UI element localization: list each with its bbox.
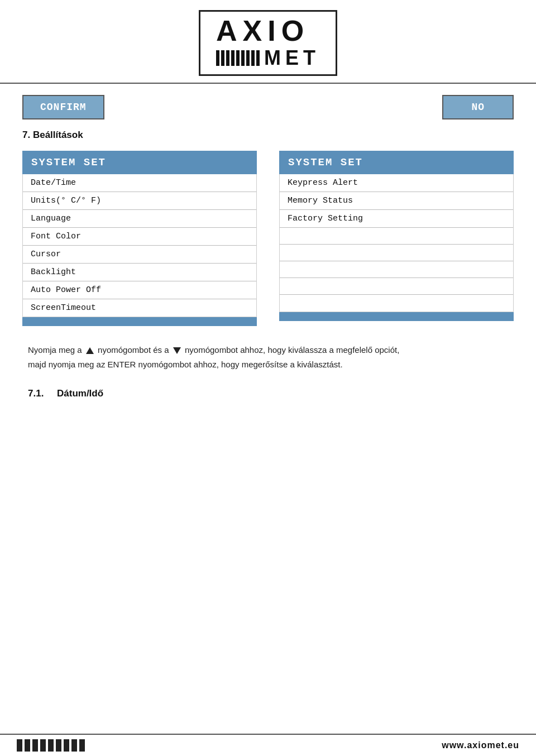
- left-menu-item-2[interactable]: Language: [23, 210, 256, 228]
- left-panel-header: SYSTEM SET: [22, 151, 257, 174]
- left-menu-item-7[interactable]: ScreenTimeout: [23, 299, 256, 317]
- bottom-bar-rect-0: [17, 739, 22, 752]
- right-menu-item-3: [280, 228, 513, 245]
- right-menu-item-1[interactable]: Memory Status: [280, 192, 513, 210]
- desc-text1: Nyomja meg a: [28, 345, 82, 355]
- sub-section-title: Dátum/Idő: [57, 388, 103, 399]
- right-menu-list: Keypress AlertMemory StatusFactory Setti…: [279, 174, 514, 312]
- triangle-up-icon: [86, 347, 94, 354]
- logo-bar-5: [241, 50, 245, 66]
- bottom-bar-rect-6: [64, 739, 69, 752]
- system-set-row: SYSTEM SET Date/TimeUnits(° C/° F)Langua…: [22, 151, 514, 326]
- logo-axio-text: AXIO: [216, 16, 320, 45]
- bottom-bar-rect-2: [32, 739, 38, 752]
- no-button[interactable]: NO: [442, 95, 514, 119]
- website-label: www.axiomet.eu: [442, 740, 519, 750]
- desc-text2: nyomógombot és a: [98, 345, 169, 355]
- logo-met-row: MET: [216, 46, 320, 70]
- logo-bar-3: [231, 50, 234, 66]
- triangle-down-icon: [173, 347, 181, 354]
- bottom-bar-rect-8: [79, 739, 85, 752]
- logo-bars: [216, 50, 260, 66]
- logo-bar-7: [251, 50, 255, 66]
- main-content: CONFIRM NO 7. Beállítások SYSTEM SET Dat…: [0, 84, 536, 416]
- logo-bar-4: [236, 50, 240, 66]
- left-menu-list: Date/TimeUnits(° C/° F)LanguageFont Colo…: [22, 174, 257, 317]
- right-menu-item-0[interactable]: Keypress Alert: [280, 174, 513, 192]
- bottom-bars-icon: [17, 739, 85, 752]
- desc-text3: nyomógombot ahhoz, hogy kiválassza a meg…: [185, 345, 399, 355]
- right-menu-item-2[interactable]: Factory Setting: [280, 210, 513, 228]
- left-menu-item-5[interactable]: Backlight: [23, 264, 256, 281]
- logo-bar-8: [256, 50, 260, 66]
- left-menu-item-0[interactable]: Date/Time: [23, 174, 256, 192]
- logo-box: AXIO MET: [199, 10, 337, 76]
- bottom-bar: www.axiomet.eu: [0, 734, 536, 756]
- right-panel-header: SYSTEM SET: [279, 151, 514, 174]
- right-panel-footer: [279, 312, 514, 321]
- left-menu-item-3[interactable]: Font Color: [23, 228, 256, 246]
- right-menu-item-7: [280, 295, 513, 312]
- left-menu-item-6[interactable]: Auto Power Off: [23, 281, 256, 299]
- right-panel: SYSTEM SET Keypress AlertMemory StatusFa…: [279, 151, 514, 326]
- logo-bar-6: [246, 50, 250, 66]
- logo-bar-1: [221, 50, 224, 66]
- bottom-bar-rect-4: [48, 739, 54, 752]
- btn-row: CONFIRM NO: [22, 95, 514, 119]
- sub-heading: 7.1. Dátum/Idő: [22, 388, 514, 399]
- right-menu-item-5: [280, 261, 513, 278]
- bottom-bar-rect-7: [71, 739, 77, 752]
- left-menu-item-4[interactable]: Cursor: [23, 246, 256, 264]
- bottom-bar-rect-3: [40, 739, 46, 752]
- logo-met-text: MET: [264, 46, 320, 70]
- left-panel: SYSTEM SET Date/TimeUnits(° C/° F)Langua…: [22, 151, 257, 326]
- bottom-bar-rect-1: [25, 739, 30, 752]
- logo-bar-2: [226, 50, 229, 66]
- right-menu-item-4: [280, 245, 513, 261]
- left-panel-footer: [22, 317, 257, 326]
- left-menu-item-1[interactable]: Units(° C/° F): [23, 192, 256, 210]
- logo-area: AXIO MET: [0, 0, 536, 84]
- right-menu-item-6: [280, 278, 513, 295]
- confirm-button[interactable]: CONFIRM: [22, 95, 104, 119]
- bottom-bar-rect-5: [56, 739, 61, 752]
- desc-text4: majd nyomja meg az ENTER nyomógombot ahh…: [28, 360, 343, 369]
- description: Nyomja meg a nyomógombot és a nyomógombo…: [22, 343, 514, 371]
- sub-section-label: 7.1.: [28, 388, 44, 399]
- logo-bar-0: [216, 50, 219, 66]
- section-heading: 7. Beállítások: [22, 130, 514, 141]
